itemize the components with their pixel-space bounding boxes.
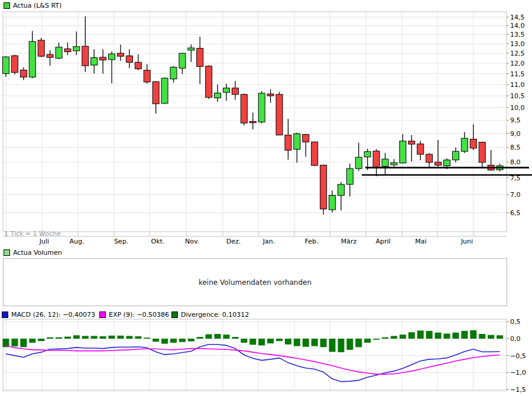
candle bbox=[391, 159, 397, 168]
candle-body bbox=[47, 54, 53, 57]
candle-body bbox=[3, 57, 9, 73]
candle bbox=[346, 164, 353, 196]
candle bbox=[82, 17, 89, 72]
y-axis-label: 0,5 bbox=[510, 318, 521, 326]
candle-body bbox=[249, 122, 256, 123]
divergence-bar bbox=[109, 336, 115, 339]
candle-body bbox=[109, 54, 115, 60]
volume-empty-message: keine Volumendaten vorhanden bbox=[199, 278, 312, 287]
divergence-bar bbox=[56, 337, 62, 339]
candle-body bbox=[223, 88, 230, 92]
candle-body bbox=[417, 144, 424, 154]
candle-body bbox=[135, 62, 141, 69]
divergence-bar bbox=[346, 339, 353, 350]
divergence-bar bbox=[488, 335, 494, 339]
price-chart[interactable]: 14,514,013,513,012,512,011,511,010,510,0… bbox=[0, 0, 532, 247]
y-axis-label: 13,5 bbox=[510, 31, 525, 38]
candle-body bbox=[364, 152, 371, 157]
candle bbox=[426, 153, 433, 167]
y-axis-label: 14,5 bbox=[510, 14, 525, 21]
candle-body bbox=[355, 157, 362, 168]
candle-body bbox=[346, 168, 353, 184]
x-axis-month-label: Juni bbox=[460, 238, 473, 245]
divergence-bar bbox=[153, 339, 159, 342]
divergence-bar bbox=[417, 330, 424, 339]
y-axis-label: −0,5 bbox=[510, 352, 526, 360]
candle-body bbox=[11, 56, 18, 72]
divergence-bar bbox=[126, 336, 132, 339]
candle-body bbox=[312, 142, 318, 165]
x-axis-month-label: Okt. bbox=[151, 238, 165, 245]
candle-body bbox=[285, 135, 291, 150]
divergence-bar bbox=[20, 339, 27, 347]
y-axis-label: 0,0 bbox=[510, 335, 521, 343]
divergence-bar bbox=[364, 339, 371, 343]
candle-body bbox=[206, 66, 212, 98]
candle-body bbox=[117, 53, 124, 56]
candle-body bbox=[197, 48, 203, 67]
y-axis-label: 12,5 bbox=[510, 50, 525, 57]
candle-body bbox=[452, 151, 459, 160]
candle bbox=[100, 49, 106, 73]
candle bbox=[161, 77, 168, 104]
candle-body bbox=[461, 138, 468, 151]
x-axis-month-label: März bbox=[341, 238, 357, 245]
x-axis-month-label: Feb. bbox=[305, 238, 319, 245]
divergence-bar bbox=[215, 334, 221, 339]
candle bbox=[320, 164, 327, 215]
x-axis-month-label: Mai bbox=[415, 238, 426, 245]
candle-body bbox=[215, 93, 221, 98]
divergence-bar bbox=[355, 339, 362, 347]
divergence-bar bbox=[11, 339, 18, 346]
candle-body bbox=[444, 160, 450, 166]
candle bbox=[285, 119, 291, 160]
divergence-bar bbox=[426, 331, 433, 339]
candle bbox=[267, 89, 274, 103]
candle-body bbox=[29, 41, 35, 77]
candle bbox=[435, 140, 442, 168]
divergence-bar bbox=[470, 330, 476, 339]
y-axis-label: 10,0 bbox=[510, 104, 525, 112]
divergence-bar bbox=[144, 337, 150, 339]
y-axis-label: 14,0 bbox=[510, 22, 525, 30]
divergence-bar bbox=[249, 339, 256, 345]
candle-body bbox=[56, 47, 62, 59]
candle-body bbox=[153, 82, 159, 104]
candle-body bbox=[338, 184, 344, 195]
candle bbox=[56, 43, 62, 59]
x-axis-month-label: Aug. bbox=[70, 238, 85, 245]
candle bbox=[249, 113, 256, 129]
divergence-bar bbox=[258, 339, 265, 345]
divergence-bar bbox=[73, 335, 80, 339]
candle bbox=[153, 81, 159, 113]
divergence-bar bbox=[206, 335, 212, 339]
x-axis-month-label: Dez. bbox=[226, 238, 241, 245]
volume-chart[interactable]: keine Volumendaten vorhanden bbox=[3, 258, 507, 306]
candle bbox=[294, 132, 300, 163]
candle bbox=[479, 142, 485, 168]
candle-body bbox=[241, 95, 247, 123]
candle-body bbox=[470, 139, 476, 148]
candle-body bbox=[64, 49, 71, 52]
divergence-bar bbox=[435, 333, 442, 339]
divergence-bar bbox=[64, 337, 71, 339]
divergence-bar bbox=[408, 332, 415, 339]
candle bbox=[206, 65, 212, 99]
divergence-bar bbox=[285, 339, 291, 345]
candle-body bbox=[126, 56, 132, 63]
candle-body bbox=[188, 48, 194, 50]
candle bbox=[241, 93, 247, 125]
y-axis-label: 6,5 bbox=[510, 209, 521, 217]
candle bbox=[232, 81, 238, 100]
candle bbox=[91, 49, 98, 73]
volume-series-legend: Actua Volumen bbox=[4, 249, 62, 257]
candle bbox=[338, 182, 344, 210]
candle bbox=[470, 124, 476, 150]
y-axis-label: 8,0 bbox=[510, 158, 521, 166]
x-axis-month-label: Sep. bbox=[114, 238, 128, 245]
divergence-bar bbox=[135, 336, 141, 339]
candle bbox=[276, 92, 283, 135]
candle-body bbox=[258, 93, 265, 122]
macd-chart[interactable]: 0,50,0−0,5−1,0−1,5 bbox=[0, 318, 532, 396]
candle-body bbox=[329, 195, 336, 209]
